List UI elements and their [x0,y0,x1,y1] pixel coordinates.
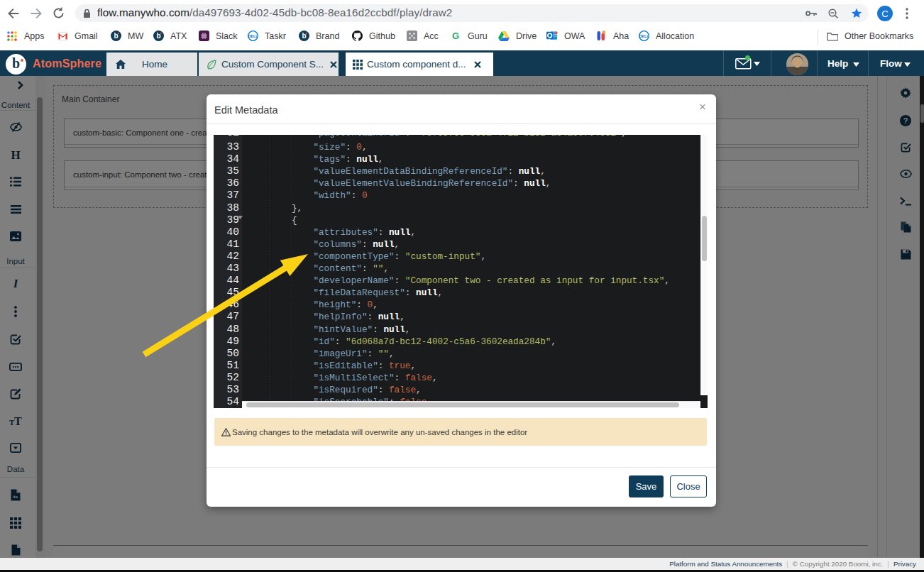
svg-text:b: b [156,32,160,40]
svg-text:DELL: DELL [639,34,649,38]
svg-text:DELL: DELL [248,34,258,38]
svg-text:b: b [302,32,306,40]
svg-text:b: b [114,32,118,40]
